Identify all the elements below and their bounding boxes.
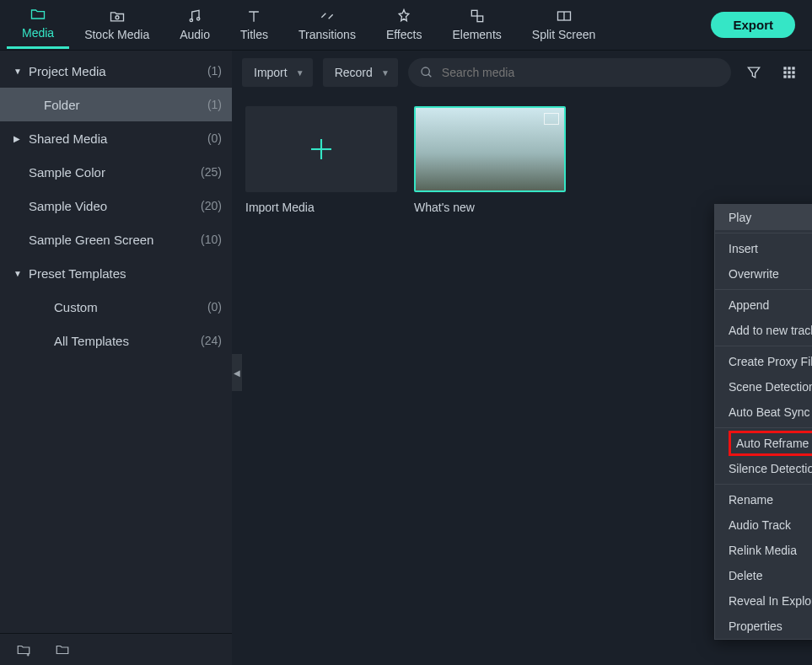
tree-count: (1) <box>207 64 222 78</box>
tab-elements[interactable]: Elements <box>437 1 516 49</box>
ctx-audio-track[interactable]: Audio Track▶ <box>715 512 812 538</box>
ctx-auto-beat-sync[interactable]: Auto Beat Sync <box>715 400 812 425</box>
separator <box>715 346 812 346</box>
tile-label: Import Media <box>245 201 397 214</box>
tree-all-templates[interactable]: All Templates (24) <box>0 324 232 357</box>
tab-stock-media[interactable]: Stock Media <box>69 1 164 49</box>
filter-button[interactable] <box>741 60 766 85</box>
tab-label: Titles <box>240 28 268 41</box>
record-dropdown[interactable]: Record ▼ <box>323 58 398 87</box>
tree-preset-templates[interactable]: ▼ Preset Templates <box>0 256 232 290</box>
tab-titles[interactable]: Titles <box>225 1 283 49</box>
ctx-scene-detection[interactable]: Scene Detection <box>715 374 812 400</box>
tree-count: (0) <box>207 300 222 314</box>
tab-label: Stock Media <box>84 28 149 41</box>
svg-rect-3 <box>471 10 477 16</box>
content-panel: Import ▼ Record ▼ Impo <box>232 51 812 665</box>
tab-transitions[interactable]: Transitions <box>283 1 371 49</box>
tab-label: Split Screen <box>532 28 595 41</box>
svg-point-0 <box>116 15 119 19</box>
separator <box>715 233 812 233</box>
tree-label: Sample Video <box>29 199 201 213</box>
tree-sample-color[interactable]: Sample Color (25) <box>0 155 232 189</box>
chevron-right-icon: ▶ <box>13 134 25 143</box>
sidebar-footer <box>0 633 232 665</box>
search-input[interactable] <box>442 66 719 79</box>
transitions-icon <box>318 8 336 24</box>
tab-label: Effects <box>386 28 422 41</box>
ctx-properties[interactable]: Properties <box>715 614 812 639</box>
ctx-auto-reframe[interactable]: Auto Reframe <box>715 431 812 456</box>
tree-sample-green-screen[interactable]: Sample Green Screen (10) <box>0 223 232 256</box>
import-media-tile[interactable]: Import Media <box>245 106 397 214</box>
ctx-relink-media[interactable]: Relink Media <box>715 538 812 563</box>
tree-label: All Templates <box>54 334 201 348</box>
tree-count: (10) <box>201 233 222 246</box>
media-tile-whats-new[interactable]: What's new <box>414 106 566 214</box>
ctx-insert[interactable]: InsertShift+I <box>715 236 812 261</box>
ctx-delete[interactable]: DeleteDel <box>715 563 812 588</box>
context-menu: Play InsertShift+I OverwriteShift+O Appe… <box>714 204 812 640</box>
filter-icon <box>745 64 762 81</box>
svg-rect-11 <box>792 67 794 69</box>
ctx-create-proxy[interactable]: Create Proxy File <box>715 349 812 374</box>
elements-icon <box>468 8 487 24</box>
chevron-down-icon: ▼ <box>381 68 390 78</box>
ctx-append[interactable]: Append <box>715 292 812 318</box>
tree-count: (1) <box>207 98 222 111</box>
grid-icon <box>781 64 798 81</box>
tree-project-media[interactable]: ▼ Project Media (1) <box>0 54 232 88</box>
folder-icon[interactable] <box>54 642 71 657</box>
tree-label: Sample Color <box>29 165 201 180</box>
import-dropdown[interactable]: Import ▼ <box>242 58 313 87</box>
tab-effects[interactable]: Effects <box>371 1 438 49</box>
svg-point-2 <box>197 17 200 19</box>
separator <box>715 427 812 428</box>
tree-label: Folder <box>44 98 207 112</box>
ctx-overwrite[interactable]: OverwriteShift+O <box>715 261 812 287</box>
export-button[interactable]: Export <box>711 12 795 38</box>
grid-view-button[interactable] <box>777 60 802 85</box>
ctx-play[interactable]: Play <box>715 205 812 230</box>
tree-count: (0) <box>207 131 222 145</box>
chevron-down-icon: ▼ <box>13 67 25 76</box>
ctx-add-to-new-track[interactable]: Add to new track <box>715 318 812 343</box>
svg-point-1 <box>190 19 192 21</box>
tree-sample-video[interactable]: Sample Video (20) <box>0 189 232 223</box>
tab-audio[interactable]: Audio <box>164 1 225 49</box>
dropdown-label: Record <box>335 66 373 79</box>
panel-collapse-handle[interactable]: ◀ <box>232 354 242 391</box>
effects-icon <box>395 8 413 24</box>
svg-point-7 <box>422 67 429 75</box>
tab-split-screen[interactable]: Split Screen <box>517 1 610 49</box>
tree-shared-media[interactable]: ▶ Shared Media (0) <box>0 121 232 155</box>
import-thumb <box>245 106 397 192</box>
tree-folder[interactable]: Folder (1) <box>0 88 232 121</box>
video-thumb <box>414 106 566 192</box>
highlight-box: Auto Reframe <box>729 431 812 456</box>
ctx-reveal-in-explorer[interactable]: Reveal In ExplorerCtrl+Shift+R <box>715 588 812 614</box>
search-box[interactable] <box>408 58 731 87</box>
new-folder-icon[interactable] <box>15 642 32 657</box>
video-badge-icon <box>544 113 559 125</box>
svg-rect-12 <box>783 71 786 73</box>
main-area: ▼ Project Media (1) Folder (1) ▶ Shared … <box>0 51 812 665</box>
separator <box>715 484 812 485</box>
tile-label: What's new <box>414 201 566 214</box>
svg-rect-17 <box>792 75 794 78</box>
music-icon <box>186 8 204 24</box>
tree-label: Custom <box>54 300 207 314</box>
plus-icon <box>306 134 336 164</box>
tree-count: (20) <box>201 199 222 212</box>
split-screen-icon <box>555 8 573 24</box>
tab-label: Elements <box>452 28 501 41</box>
ctx-silence-detection[interactable]: Silence Detection <box>715 456 812 481</box>
svg-line-8 <box>428 74 431 77</box>
main-tabs: Media Stock Media Audio Titles Transitio… <box>7 1 711 49</box>
ctx-rename[interactable]: RenameF2 <box>715 487 812 512</box>
search-icon <box>420 66 433 79</box>
tree-label: Sample Green Screen <box>29 233 201 247</box>
tab-media[interactable]: Media <box>7 1 69 49</box>
tab-label: Audio <box>180 28 210 41</box>
tree-custom[interactable]: Custom (0) <box>0 290 232 324</box>
